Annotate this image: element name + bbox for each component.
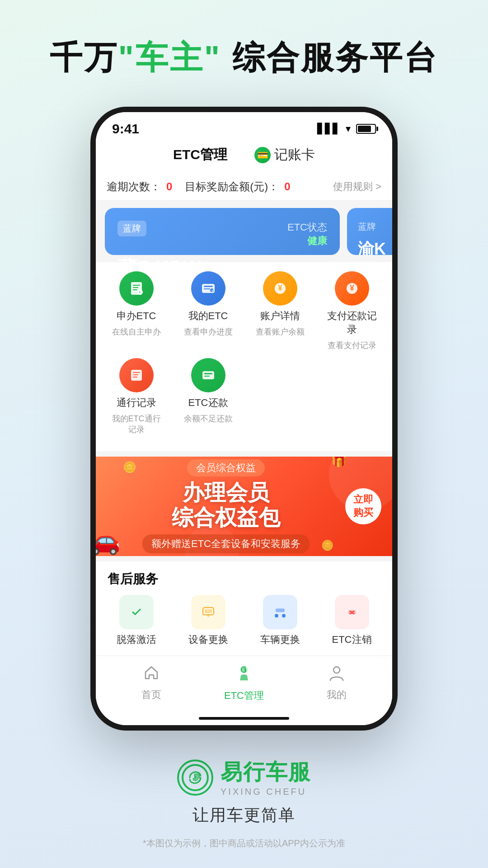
svg-text:¥: ¥	[350, 283, 354, 292]
etc-repayment-icon	[191, 358, 225, 392]
brand-name-en: YIXING CHEFU	[221, 787, 311, 797]
member-banner[interactable]: 会员综合权益 办理会员 综合权益包 额外赠送ETC全套设备和安装服务 立即购买 …	[96, 457, 392, 556]
svg-text:✓: ✓	[211, 288, 214, 293]
aftersale-cancellation[interactable]: ETC注销	[332, 595, 372, 646]
profile-icon	[328, 664, 345, 685]
aftersale-row: 脱落激活 设备更换	[100, 595, 388, 646]
wifi-icon: ▾	[346, 123, 351, 135]
aftersale-activation[interactable]: 脱落激活	[117, 595, 156, 646]
svg-point-28	[282, 614, 286, 618]
svg-rect-8	[204, 288, 210, 289]
brand-logo-icon: 易	[177, 760, 213, 796]
svg-rect-18	[133, 377, 137, 377]
reward-amount: 0	[284, 180, 290, 193]
service-desc-repayment: 余额不足还款	[184, 413, 233, 424]
service-grid: - 申办ETC 在线自主申办	[96, 262, 392, 451]
aftersale-section: 售后服务 脱落激活	[96, 561, 392, 656]
service-payment-records[interactable]: ¥ 支付还款记录 查看支付记录	[325, 271, 379, 351]
signal-icon: ▋▋▋	[317, 123, 340, 135]
etc-mgmt-icon: ETC	[235, 663, 253, 686]
svg-rect-20	[204, 373, 212, 374]
brand-name-cn: 易行车服	[221, 758, 311, 787]
overdue-count: 0	[166, 180, 172, 193]
service-my-etc[interactable]: ✓ 我的ETC 查看申办进度	[181, 271, 235, 351]
traffic-records-icon	[119, 358, 154, 392]
device-replace-icon	[191, 595, 225, 629]
cancellation-label: ETC注销	[332, 633, 372, 646]
account-detail-icon: ¥	[263, 271, 297, 306]
card-badge: 蓝牌	[117, 221, 146, 236]
service-name-account: 账户详情	[260, 309, 300, 323]
banner-subtitle: 额外赠送ETC全套设备和安装服务	[142, 534, 310, 553]
aftersale-title: 售后服务	[100, 571, 388, 595]
brand-logo: 易 易行车服 YIXING CHEFU	[177, 758, 311, 797]
svg-rect-3	[133, 289, 137, 290]
status-time: 9:41	[112, 121, 139, 137]
overdue-label: 逾期次数：	[107, 179, 161, 194]
svg-rect-7	[204, 286, 213, 287]
svg-text:-: -	[139, 289, 141, 295]
svg-rect-2	[133, 287, 138, 288]
service-name-apply: 申办ETC	[117, 309, 156, 323]
service-desc-payment: 查看支付记录	[328, 340, 376, 351]
etc-card-primary[interactable]: 蓝牌 ETC状态 健康 藏Z·K5*** 招商客车记账卡：45645645745…	[105, 208, 340, 255]
nav-etc-mgmt[interactable]: ETC ETC管理	[217, 663, 271, 703]
svg-rect-24	[205, 609, 212, 613]
svg-rect-21	[204, 376, 210, 377]
banner-inner: 会员综合权益 办理会员 综合权益包 额外赠送ETC全套设备和安装服务 立即购买 …	[96, 457, 392, 556]
svg-rect-26	[276, 609, 285, 612]
brand-section: 易 易行车服 YIXING CHEFU 让用车更简单 *本图仅为示例，图中商品或…	[143, 758, 345, 868]
aftersale-vehicle-replace[interactable]: 车辆更换	[260, 595, 300, 646]
secondary-badge: 蓝牌	[358, 221, 392, 233]
phone-frame: 9:41 ▋▋▋ ▾ ETC管理 💳 记账卡	[90, 107, 398, 731]
aftersale-device-replace[interactable]: 设备更换	[188, 595, 228, 646]
page-title: 千万"车主" 综合服务平台	[50, 36, 438, 80]
service-desc-account: 查看账户余额	[256, 326, 305, 337]
service-name-repayment: ETC还款	[188, 396, 228, 410]
card-status-label: ETC状态	[287, 221, 327, 234]
svg-point-27	[275, 614, 278, 618]
gift-icon-1: 🎁	[331, 457, 347, 468]
payment-records-icon: ¥	[335, 271, 369, 306]
service-etc-repayment[interactable]: ETC还款 余额不足还款	[181, 358, 235, 435]
activation-label: 脱落激活	[117, 633, 156, 646]
service-desc-apply: 在线自主申办	[112, 326, 161, 337]
plate-number: 藏Z·K5***	[117, 255, 327, 262]
card-scroll-area: 蓝牌 ETC状态 健康 藏Z·K5*** 招商客车记账卡：45645645745…	[96, 201, 392, 262]
brand-name-block: 易行车服 YIXING CHEFU	[221, 758, 311, 797]
activation-icon	[119, 595, 154, 629]
my-etc-icon: ✓	[191, 271, 225, 306]
service-name-payment: 支付还款记录	[325, 309, 379, 336]
home-icon	[143, 664, 160, 685]
home-bar	[199, 717, 289, 720]
nav-etc-label: ETC管理	[224, 689, 264, 703]
cancellation-icon	[335, 595, 369, 629]
nav-profile-label: 我的	[327, 688, 347, 702]
status-icons: ▋▋▋ ▾	[317, 123, 376, 135]
apply-etc-icon: -	[119, 271, 154, 306]
nav-profile[interactable]: 我的	[310, 664, 364, 702]
status-bar: 9:41 ▋▋▋ ▾	[96, 112, 392, 141]
battery-icon	[356, 124, 376, 134]
tab-billing-card[interactable]: 💳 记账卡	[254, 146, 315, 164]
service-name-traffic: 通行记录	[117, 396, 156, 410]
svg-rect-1	[133, 285, 140, 286]
etc-card-secondary[interactable]: 蓝牌 渝K 招商客 OBU号	[347, 208, 392, 255]
service-row-2: 通行记录 我的ETC通行记录 ETC还款 余额不	[100, 358, 388, 435]
service-account-detail[interactable]: ¥ 账户详情 查看账户余额	[253, 271, 307, 351]
device-replace-label: 设备更换	[188, 633, 228, 646]
card-status: ETC状态 健康	[287, 221, 327, 248]
coin-icon-1: 🪙	[123, 461, 136, 474]
service-traffic-records[interactable]: 通行记录 我的ETC通行记录	[109, 358, 164, 435]
svg-rect-16	[133, 372, 140, 373]
phone-mockup: 9:41 ▋▋▋ ▾ ETC管理 💳 记账卡	[90, 107, 398, 731]
nav-home[interactable]: 首页	[124, 664, 178, 702]
tab-etc-management[interactable]: ETC管理	[173, 146, 227, 164]
rules-link[interactable]: 使用规则 >	[333, 180, 381, 193]
reward-label: 目标奖励金额(元)：	[185, 179, 279, 194]
brand-slogan: 让用车更简单	[192, 804, 296, 826]
service-apply-etc[interactable]: - 申办ETC 在线自主申办	[109, 271, 164, 351]
svg-rect-19	[202, 371, 214, 379]
svg-text:ETC: ETC	[242, 667, 251, 672]
top-nav: ETC管理 💳 记账卡	[96, 141, 392, 173]
